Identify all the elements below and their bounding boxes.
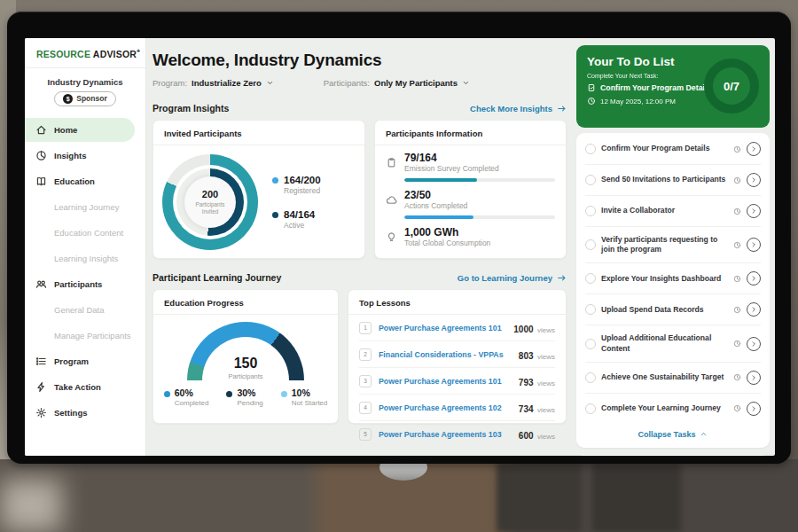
background-window — [592, 463, 681, 532]
filter-label: Participants: — [324, 78, 370, 88]
legend-item: 10% Not Started — [281, 387, 327, 407]
task-open-button[interactable] — [747, 204, 761, 218]
card-title: Participants Information — [375, 121, 566, 145]
sidebar-item-learning-insights[interactable]: Learning Insights — [25, 246, 145, 270]
gauge-center-label: Participants — [187, 372, 304, 380]
task-open-button[interactable] — [747, 142, 761, 156]
todo-summary-card: Your To Do List Complete Your Next Task:… — [576, 45, 770, 128]
gauge-center-value: 150 — [187, 356, 304, 371]
task-send-50-invitations-to-participants[interactable]: Send 50 Invitations to Participants — [585, 165, 761, 196]
legend-value: 60% — [175, 387, 193, 398]
doc-check-icon — [587, 83, 596, 92]
task-checkbox[interactable] — [585, 403, 596, 414]
metric-label: Total Global Consumption — [404, 239, 490, 247]
task-open-button[interactable] — [747, 402, 761, 416]
sidebar-item-label: Manage Participants — [54, 331, 131, 340]
lesson-link[interactable]: Power Purchase Agreements 101 — [379, 324, 506, 332]
legend-value: 10% — [292, 387, 310, 398]
clock-icon — [733, 373, 741, 381]
task-checkbox[interactable] — [585, 339, 596, 349]
background-light-patch — [0, 479, 62, 532]
task-open-button[interactable] — [747, 371, 761, 385]
task-open-button[interactable] — [747, 271, 761, 286]
filter-participants[interactable]: Participants: Only My Participants — [324, 78, 470, 88]
lesson-link[interactable]: Power Purchase Agreements 101 — [379, 377, 512, 386]
sidebar-item-general-data[interactable]: General Data — [25, 298, 145, 322]
legend-label: Completed — [175, 399, 209, 407]
task-complete-your-learning-journey[interactable]: Complete Your Learning Journey — [585, 394, 761, 424]
check-more-insights-link[interactable]: Check More Insights — [470, 104, 567, 113]
sidebar-item-label: General Data — [54, 305, 105, 315]
sidebar-item-insights[interactable]: Insights — [25, 144, 145, 168]
task-open-button[interactable] — [747, 238, 761, 252]
legend-dot — [226, 391, 232, 397]
lesson-row: 5 Power Purchase Agreements 103 600 view… — [359, 421, 555, 447]
clock-icon — [733, 176, 741, 184]
sidebar-item-settings[interactable]: Settings — [25, 401, 145, 425]
task-open-button[interactable] — [747, 337, 761, 351]
task-label: Explore Your Insights Dashboard — [601, 274, 728, 284]
task-explore-your-insights-dashboard[interactable]: Explore Your Insights Dashboard — [585, 263, 761, 294]
sidebar-item-participants[interactable]: Participants — [25, 272, 145, 296]
task-open-button[interactable] — [747, 173, 761, 187]
metric-value: 79/164 — [404, 152, 499, 164]
chevron-right-icon — [750, 405, 757, 412]
sidebar-item-program[interactable]: Program — [25, 349, 145, 373]
sidebar-item-label: Learning Insights — [54, 254, 118, 263]
task-upload-spend-data-records[interactable]: Upload Spend Data Records — [585, 294, 761, 325]
chevron-right-icon — [750, 145, 757, 153]
sidebar-item-education[interactable]: Education — [25, 169, 145, 193]
clock-icon — [733, 340, 741, 348]
go-to-learning-journey-link[interactable]: Go to Learning Journey — [458, 273, 567, 283]
participants-information-card: Participants Information 79/164 Emission… — [374, 120, 567, 259]
lesson-rank-badge: 4 — [359, 402, 372, 414]
monitor-bezel: RESOURCE ADVISOR+ Industry Dynamics $ Sp… — [7, 12, 791, 464]
metric-progress-bar — [404, 215, 555, 219]
logo-plus: + — [137, 48, 140, 54]
task-checkbox[interactable] — [585, 372, 596, 383]
filter-label: Program: — [153, 78, 187, 88]
education-progress-card: Education Progress 150 Participants — [153, 289, 339, 424]
task-confirm-your-program-details[interactable]: Confirm Your Program Details — [585, 134, 761, 165]
task-checkbox[interactable] — [585, 144, 596, 154]
participants-icon — [35, 278, 47, 290]
sidebar-divider — [25, 67, 145, 68]
sidebar-item-learning-journey[interactable]: Learning Journey — [25, 195, 145, 219]
task-checkbox[interactable] — [585, 175, 596, 185]
arrow-right-icon — [557, 104, 567, 113]
legend-item: 30% Pending — [226, 387, 262, 407]
sponsor-badge-label: Sponsor — [76, 94, 106, 103]
task-label: Upload Spend Data Records — [601, 305, 728, 315]
sidebar-item-manage-participants[interactable]: Manage Participants — [25, 324, 145, 348]
sidebar-item-take-action[interactable]: Take Action — [25, 375, 145, 399]
task-verify-participants-requesting-to-join-the-program[interactable]: Verify participants requesting to join t… — [585, 227, 761, 263]
lesson-link[interactable]: Power Purchase Agreements 103 — [379, 430, 512, 439]
task-achieve-one-sustainability-target[interactable]: Achieve One Sustainability Target — [585, 363, 761, 394]
sidebar-item-education-content[interactable]: Education Content — [25, 221, 145, 245]
lesson-link[interactable]: Power Purchase Agreements 102 — [379, 403, 512, 412]
task-upload-additional-educational-content[interactable]: Upload Additional Educational Content — [585, 325, 761, 362]
lesson-link[interactable]: Financial Considerations - VPPAs — [379, 350, 512, 359]
task-invite-a-collaborator[interactable]: Invite a Collaborator — [585, 196, 761, 227]
task-checkbox[interactable] — [585, 206, 596, 216]
card-title: Invited Participants — [153, 121, 364, 145]
todo-progress-ring: 0/7 — [704, 59, 759, 113]
legend-value: 164/200 — [284, 175, 321, 185]
insights-icon — [35, 150, 47, 161]
clock-icon — [733, 404, 741, 412]
lesson-views: 1000 views — [513, 320, 555, 336]
lesson-views: 600 views — [519, 426, 555, 442]
legend-label: Pending — [237, 399, 262, 407]
sidebar-item-home[interactable]: Home — [25, 118, 135, 142]
task-label: Invite a Collaborator — [601, 206, 728, 215]
filter-program[interactable]: Program: Industrialize Zero — [153, 78, 274, 88]
home-icon — [35, 124, 47, 136]
task-checkbox[interactable] — [585, 304, 596, 315]
legend-label: Registered — [284, 186, 321, 195]
task-open-button[interactable] — [747, 302, 761, 317]
chevron-right-icon — [750, 275, 757, 282]
task-checkbox[interactable] — [585, 273, 596, 284]
legend-value: 30% — [237, 387, 255, 398]
collapse-tasks-link[interactable]: Collapse Tasks — [585, 424, 761, 444]
task-checkbox[interactable] — [585, 239, 596, 250]
